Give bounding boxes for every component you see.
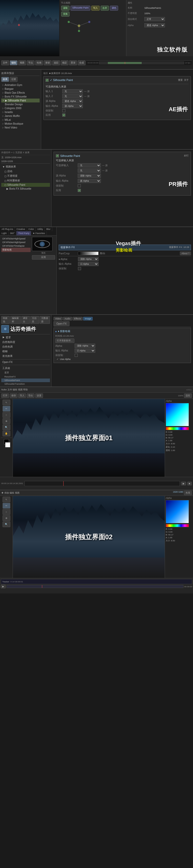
davinci-tab-4[interactable]: 元信息 — [30, 316, 39, 324]
effect-item-7[interactable]: ▷Israelis — [1, 110, 40, 114]
vegas-output-select[interactable]: ☑ Alpha — [78, 262, 99, 266]
vegas-plugin-3[interactable]: 剪影绘画 — [1, 248, 31, 252]
effect-item-4[interactable]: ▼▶ Silhouette Paint — [1, 99, 40, 102]
pr-input1-select[interactable]: 无 — [78, 163, 101, 167]
vegas-tab-blur[interactable]: Blur — [45, 227, 52, 231]
vegas-tab-creative[interactable]: Creative — [15, 227, 27, 231]
vegas-tab-all[interactable]: All Plug-ins — [0, 227, 15, 231]
pr-tree-4[interactable]: ◻Silhouette Paint — [1, 183, 50, 187]
plugin02-canvas[interactable]: 插件独立界面02 — [13, 496, 165, 578]
toolbar-export[interactable]: 导出 — [27, 394, 35, 398]
toolbar-node[interactable]: 节点 — [27, 60, 35, 65]
vegas-plugin-2[interactable]: OFXFlickerTimelapse — [1, 244, 31, 248]
davinci-tool-4[interactable]: 发光效果 — [1, 354, 50, 359]
plugin01-canvas[interactable]: 插件独立界面01 — [13, 399, 165, 477]
vegas-about-btn[interactable]: About ? — [180, 252, 191, 255]
plugin02-layout-btn[interactable]: 布局 — [184, 491, 192, 495]
tool2-paint[interactable]: ✏ — [3, 503, 10, 508]
effect-item-3[interactable]: ▷Boris FX Silhouette — [1, 95, 40, 99]
tool-shape[interactable]: ○ — [3, 412, 10, 418]
pr-tree-2[interactable]: ◻不透明度 — [1, 174, 50, 178]
ae-alpha-select[interactable]: 通道 Alpha — [62, 99, 83, 103]
davinci-rtab-audio[interactable]: Audio — [63, 317, 72, 320]
effect-item-10[interactable]: ▷Motion Boutique — [1, 122, 40, 126]
davinci-tool-0[interactable]: ▶ 遮罩 — [1, 335, 50, 340]
pr-input2-select[interactable]: 无 — [78, 168, 101, 173]
ae-input2-select[interactable]: 无 — [62, 94, 83, 98]
tool-hand[interactable]: ✋ — [3, 431, 10, 436]
pr-reset-btn[interactable]: 好打 — [184, 154, 189, 157]
tool-zoom[interactable]: 🔍 — [3, 425, 10, 430]
davinci-sub-1[interactable]: ResolveFX — [1, 375, 50, 378]
davinci-tool-2[interactable]: 自然色调 — [1, 344, 50, 349]
pr-tree-5[interactable]: ▶Boris FX Silhouette — [1, 187, 50, 191]
davinci-rtab-video[interactable]: Video — [53, 317, 63, 320]
vegas-plugin-0[interactable]: OFXFlickerHighSpeed — [1, 237, 31, 241]
pr-alpha-select[interactable]: 清除 Alpha — [78, 174, 101, 178]
davinci-rtab-effects[interactable]: Effects — [73, 317, 83, 320]
effect-checkbox[interactable]: ✓ — [45, 79, 49, 82]
toolbar-view[interactable]: 视图 — [18, 60, 26, 65]
effect-item-8[interactable]: ▷James Muffin — [1, 114, 40, 118]
davinci-tab-2[interactable]: 编辑索材 — [10, 316, 21, 324]
stop-btn[interactable]: ■ — [187, 482, 192, 485]
effect-item-1[interactable]: ▷Baegae — [1, 87, 40, 91]
vegas-tab-color[interactable]: Color — [27, 227, 36, 231]
plugin02-hue-bar[interactable] — [166, 524, 189, 527]
toolbar-settings[interactable]: 设置 — [35, 394, 43, 398]
node-write[interactable]: 写入 — [91, 6, 100, 10]
color-picker-gradient[interactable] — [166, 403, 189, 426]
play-btn[interactable]: ▶ — [181, 482, 186, 485]
ae-composite-check[interactable]: ✓ — [62, 114, 65, 117]
node-merge[interactable]: 合并 — [101, 6, 109, 10]
vegas-tab-favorites[interactable]: ★ Favorites — [31, 231, 47, 235]
timeline-track[interactable] — [99, 62, 184, 64]
hue-bar[interactable] — [166, 427, 189, 430]
blend-select[interactable]: 正常 — [144, 17, 165, 21]
pr-composite-check[interactable]: ✓ — [78, 189, 81, 192]
color-white[interactable] — [5, 442, 10, 447]
davinci-tool-5[interactable]: 工具箱 — [1, 366, 50, 371]
davinci-tool-1[interactable]: 自然饱和度 — [1, 340, 50, 344]
toolbar-import[interactable]: 导入 — [18, 394, 26, 398]
node-transform[interactable]: 变换 — [61, 11, 70, 17]
toolbar-shape[interactable]: 形状 — [44, 60, 51, 65]
tool-paint[interactable]: ✏ — [3, 406, 10, 411]
pr-preserve-check[interactable] — [78, 184, 81, 187]
vegas-tab-light[interactable]: Light — [0, 231, 8, 235]
ae-reset-btn[interactable]: 重置 — [178, 79, 183, 82]
toolbar-file[interactable]: 文件 — [1, 60, 9, 65]
plugin01-timeline[interactable] — [25, 481, 180, 486]
toolbar-track[interactable]: 追踪 — [52, 60, 60, 65]
vegas-preserve-check[interactable] — [78, 267, 81, 270]
toolbar-edit[interactable]: 编辑 — [10, 60, 17, 65]
tool2-select[interactable]: ↖ — [3, 497, 10, 502]
davinci-sub-0[interactable]: 遮罩 — [1, 371, 50, 375]
toolbar-paint[interactable]: 绘画 — [35, 60, 43, 65]
tool-track[interactable]: ⊕ — [3, 418, 10, 424]
node-read[interactable]: 读取 — [61, 6, 70, 10]
toolbar-open[interactable]: 打开 — [1, 394, 9, 398]
davinci-tab-5[interactable]: 元数据器 — [40, 316, 50, 324]
davinci-tab-3[interactable]: 调音台 — [22, 316, 30, 324]
vegas-tab-utility[interactable]: Utility — [36, 227, 45, 231]
davinci-tab-1[interactable]: 特效池 — [1, 316, 10, 324]
toolbar-save[interactable]: 保存 — [10, 394, 17, 398]
toolbar-composite[interactable]: 合成 — [78, 60, 85, 65]
effect-item-6[interactable]: ▷Cologres 2000 — [1, 106, 40, 110]
pr-tree-0[interactable]: ▼视频效果 — [1, 164, 50, 169]
node-silhouette[interactable]: Silhouette Paint — [71, 6, 90, 10]
toolbar-stabilize[interactable]: 稳定 — [61, 60, 69, 65]
ae-input1-select[interactable]: 无 — [62, 89, 83, 93]
tool-select[interactable]: ↖ — [3, 400, 10, 405]
effect-item-9[interactable]: ▷MiLai — [1, 118, 40, 122]
alpha-select-node[interactable]: 通道 Alpha — [144, 23, 165, 27]
plugin02-timeline[interactable] — [6, 585, 184, 588]
pr-tree-1[interactable]: ◻启动 — [1, 169, 50, 174]
play-btn2[interactable]: ▶ — [1, 585, 6, 588]
davinci-sub-3[interactable]: SilhouetteTransition — [1, 382, 50, 386]
node-grade[interactable]: 调色 — [110, 6, 118, 10]
pr-effect-checkbox[interactable]: ✓ — [56, 154, 59, 157]
davinci-alpha-select[interactable]: 清除 Alpha — [75, 344, 95, 348]
tab-transition[interactable]: 过渡 — [10, 77, 17, 82]
